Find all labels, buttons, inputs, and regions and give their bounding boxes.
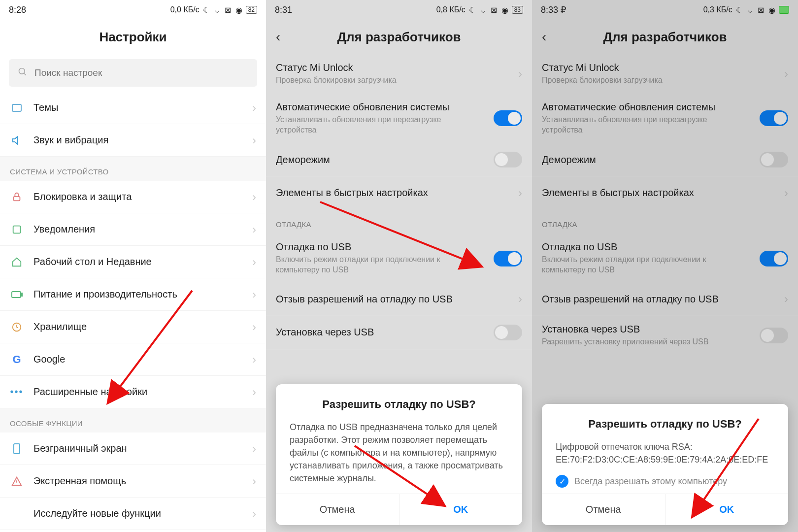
row-themes[interactable]: Темы › (0, 92, 266, 124)
chevron-right-icon: › (252, 442, 256, 456)
row-title: Автоматические обновления системы (542, 101, 750, 113)
status-right: 0,0 КБ/с ☾ ⌵ ⊠ ◉ 82 (170, 5, 257, 14)
status-time: 8:31 (275, 5, 292, 15)
back-button[interactable]: ‹ (276, 29, 280, 45)
cancel-button[interactable]: Отмена (542, 494, 665, 525)
statusbar: 8:28 0,0 КБ/с ☾ ⌵ ⊠ ◉ 82 (0, 0, 266, 20)
row-install-usb[interactable]: Установка через USB (266, 316, 532, 350)
status-right: 0,8 КБ/с ☾ ⌵ ⊠ ◉ 83 (436, 5, 523, 14)
alert-icon (10, 474, 24, 488)
screen-settings: 8:28 0,0 КБ/с ☾ ⌵ ⊠ ◉ 82 Настройки Темы … (0, 0, 266, 532)
svg-rect-6 (21, 293, 22, 296)
back-button[interactable]: ‹ (542, 29, 546, 45)
row-auto-update[interactable]: Автоматические обновления системы Устана… (532, 94, 798, 143)
svg-rect-4 (13, 226, 21, 233)
vibrate-icon: ⊠ (490, 6, 498, 14)
themes-icon (10, 101, 24, 115)
row-install-usb[interactable]: Установка через USB Разрешить установку … (532, 316, 798, 355)
row-power[interactable]: Питание и производительность › (0, 278, 266, 311)
row-title: Деморежим (542, 154, 750, 166)
check-icon: ✓ (556, 475, 568, 488)
toggle-install-usb[interactable] (760, 328, 788, 343)
bluetooth-icon: ⌵ (479, 6, 487, 14)
row-mi-unlock[interactable]: Статус Mi Unlock Проверка блокировки заг… (266, 54, 532, 94)
toggle-usb-debug[interactable] (760, 251, 788, 266)
row-desc: Разрешить установку приложений через USB (542, 337, 750, 347)
row-label: Звук и вибрация (33, 134, 242, 146)
dialog-body: Отладка по USB предназначена только для … (290, 421, 508, 485)
row-demo[interactable]: Деморежим (532, 143, 798, 177)
chevron-right-icon: › (252, 507, 256, 521)
search-input[interactable] (34, 67, 248, 78)
google-icon: G (10, 353, 24, 366)
header: ‹ Для разработчиков (266, 20, 532, 54)
ok-button[interactable]: OK (399, 494, 523, 525)
chevron-right-icon: › (784, 186, 788, 200)
battery-icon (10, 288, 24, 301)
explore-icon (10, 507, 24, 521)
lock-icon (10, 190, 24, 204)
row-title: Отладка по USB (542, 241, 750, 253)
row-google[interactable]: G Google › (0, 343, 266, 376)
status-net: 0,0 КБ/с (170, 5, 200, 14)
storage-icon (10, 320, 24, 334)
row-label: Расширенные настройки (33, 386, 242, 398)
row-quick-settings[interactable]: Элементы в быстрых настройках › (266, 177, 532, 209)
toggle-demo[interactable] (760, 152, 788, 167)
row-desc: Включить режим отладки при подключении к… (276, 255, 484, 275)
toggle-auto-update[interactable] (494, 110, 522, 126)
row-auto-update[interactable]: Автоматические обновления системы Устана… (266, 94, 532, 143)
row-usb-debug[interactable]: Отладка по USB Включить режим отладки пр… (266, 233, 532, 283)
row-revoke[interactable]: Отзыв разрешений на отладку по USB › (266, 283, 532, 316)
row-fullscreen[interactable]: Безграничный экран › (0, 432, 266, 465)
row-title: Установка через USB (542, 324, 750, 335)
row-label: Исследуйте новые функции (33, 508, 242, 519)
row-sound[interactable]: Звук и вибрация › (0, 124, 266, 157)
row-advanced[interactable]: ••• Расширенные настройки › (0, 376, 266, 408)
svg-rect-8 (14, 444, 20, 454)
status-right: 0,3 КБ/с ☾ ⌵ ⊠ ◉ (703, 5, 789, 14)
row-title: Статус Mi Unlock (276, 62, 508, 73)
home-icon (10, 255, 24, 269)
cancel-button[interactable]: Отмена (276, 494, 399, 525)
page-title: Настройки (99, 30, 166, 45)
row-explore[interactable]: Исследуйте новые функции › (0, 498, 266, 530)
row-title: Элементы в быстрых настройках (542, 187, 774, 199)
dialog-title: Разрешить отладку по USB? (556, 418, 774, 431)
row-home[interactable]: Рабочий стол и Недавние › (0, 246, 266, 278)
row-title: Отладка по USB (276, 241, 484, 253)
chevron-right-icon: › (252, 320, 256, 334)
dialog-usb-debug: Разрешить отладку по USB? Отладка по USB… (276, 384, 522, 525)
wifi-icon: ◉ (235, 6, 243, 14)
row-revoke[interactable]: Отзыв разрешений на отладку по USB › (532, 283, 798, 316)
row-notifications[interactable]: Уведомления › (0, 213, 266, 246)
chevron-right-icon: › (518, 186, 522, 200)
toggle-demo[interactable] (494, 152, 522, 167)
toggle-auto-update[interactable] (760, 110, 788, 126)
row-mi-unlock[interactable]: Статус Mi Unlock Проверка блокировки заг… (532, 54, 798, 94)
always-allow-row[interactable]: ✓ Всегда разрешать этому компьютеру (556, 475, 774, 488)
chevron-right-icon: › (518, 67, 522, 81)
chevron-right-icon: › (252, 474, 256, 488)
page-title: Для разработчиков (603, 30, 727, 45)
rsa-fingerprint: EE:70:F2:D3:0C:CE:A8:59:9E:0E:79:4A:2A:0… (556, 453, 774, 466)
row-lock[interactable]: Блокировка и защита › (0, 181, 266, 213)
status-net: 0,8 КБ/с (436, 5, 466, 14)
row-desc: Проверка блокировки загрузчика (276, 75, 508, 86)
status-time: 8:28 (9, 5, 26, 15)
row-storage[interactable]: Хранилище › (0, 311, 266, 343)
row-desc: Проверка блокировки загрузчика (542, 75, 774, 86)
row-usb-debug[interactable]: Отладка по USB Включить режим отладки пр… (532, 233, 798, 283)
row-emergency[interactable]: Экстренная помощь › (0, 465, 266, 498)
fullscreen-icon (10, 442, 24, 456)
row-demo[interactable]: Деморежим (266, 143, 532, 177)
bluetooth-icon: ⌵ (746, 6, 754, 14)
search-box[interactable] (9, 59, 257, 87)
row-label: Блокировка и защита (33, 191, 242, 202)
toggle-install-usb[interactable] (494, 325, 522, 340)
ok-button[interactable]: OK (665, 494, 789, 525)
status-net: 0,3 КБ/с (703, 5, 732, 14)
battery-icon: 82 (246, 6, 257, 14)
row-quick-settings[interactable]: Элементы в быстрых настройках › (532, 177, 798, 209)
toggle-usb-debug[interactable] (494, 251, 522, 266)
